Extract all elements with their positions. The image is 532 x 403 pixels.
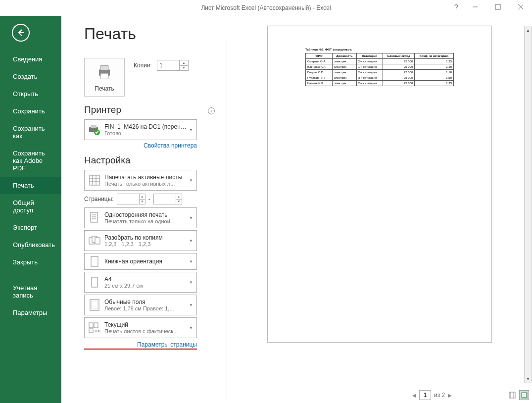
print-what-title: Напечатать активные листы xyxy=(104,174,188,181)
spin-up[interactable]: ▲ xyxy=(176,194,182,200)
svg-rect-32 xyxy=(509,392,515,398)
sidebar-item-print[interactable]: Печать xyxy=(0,177,61,194)
spin-down[interactable]: ▼ xyxy=(140,200,145,204)
sidebar-item-account[interactable]: Учетная запись xyxy=(0,279,61,304)
portrait-icon xyxy=(88,254,101,268)
svg-rect-17 xyxy=(91,212,97,222)
svg-rect-23 xyxy=(95,238,100,244)
sidebar-item-share[interactable]: Общий доступ xyxy=(0,194,61,219)
collate-icon xyxy=(88,234,101,248)
sidebar-item-new[interactable]: Создать xyxy=(0,68,61,85)
svg-rect-29 xyxy=(94,323,98,328)
pages-label: Страницы: xyxy=(84,196,114,202)
preview-table-title: Таблица №1. ФОТ сотрудников. xyxy=(305,48,454,51)
printer-name: FIN_1_M426 на DC1 (перена... xyxy=(104,123,188,130)
svg-rect-7 xyxy=(100,73,108,79)
print-preview-area: Таблица №1. ФОТ сотрудников. ФИО Должнос… xyxy=(234,16,532,403)
scaling-dropdown[interactable]: 100 Текущий Печать листов с фактическ...… xyxy=(84,317,197,338)
svg-text:100: 100 xyxy=(95,329,100,333)
next-page-button[interactable]: ▶ xyxy=(448,393,452,398)
print-button[interactable]: Печать xyxy=(84,58,125,97)
sidebar-item-options[interactable]: Параметры xyxy=(0,304,61,321)
backstage-sidebar: Сведения Создать Открыть Сохранить Сохра… xyxy=(0,16,61,403)
spin-up[interactable]: ▲ xyxy=(140,194,145,200)
show-margins-button[interactable] xyxy=(507,390,517,400)
scroll-track[interactable] xyxy=(525,34,532,375)
paper-size-dropdown[interactable]: A4 21 см x 29,7 см ▼ xyxy=(84,272,197,293)
sides-title: Односторонняя печать xyxy=(104,211,188,218)
copies-field[interactable] xyxy=(157,60,179,70)
pages-to-field[interactable] xyxy=(154,194,176,204)
pages-from-input[interactable]: ▲▼ xyxy=(117,194,145,204)
copies-label: Копии: xyxy=(134,62,152,69)
svg-rect-30 xyxy=(89,329,93,333)
page-setup-link[interactable]: Параметры страницы xyxy=(84,341,197,350)
page-preview: Таблица №1. ФОТ сотрудников. ФИО Должнос… xyxy=(267,26,492,343)
sidebar-item-export[interactable]: Экспорт xyxy=(0,219,61,236)
scaling-icon: 100 xyxy=(88,321,101,335)
sidebar-item-publish[interactable]: Опубликовать xyxy=(0,236,61,253)
orientation-dropdown[interactable]: Книжная ориентация ▼ xyxy=(84,253,197,270)
total-pages-label: из 2 xyxy=(434,392,445,399)
pages-to-input[interactable]: ▲▼ xyxy=(153,194,182,204)
collate-title: Разобрать по копиям xyxy=(104,234,188,241)
chevron-down-icon: ▼ xyxy=(188,128,194,132)
chevron-down-icon: ▼ xyxy=(188,326,194,330)
printer-properties-link[interactable]: Свойства принтера xyxy=(84,142,197,149)
zoom-to-page-button[interactable] xyxy=(519,390,529,400)
svg-rect-1 xyxy=(495,4,500,9)
printer-ready-icon xyxy=(88,123,101,137)
chevron-down-icon: ▼ xyxy=(188,239,194,243)
svg-rect-25 xyxy=(92,277,97,287)
back-button[interactable] xyxy=(12,24,30,42)
sidebar-item-info[interactable]: Сведения xyxy=(0,50,61,68)
close-button[interactable] xyxy=(509,0,532,14)
paper-icon xyxy=(88,275,101,289)
margins-sub: Левое: 1,78 см Правое: 1,... xyxy=(104,305,188,311)
print-button-label: Печать xyxy=(95,85,114,92)
collate-sub: 1,2,31,2,31,2,3 xyxy=(104,241,188,247)
sidebar-item-saveas[interactable]: Сохранить как xyxy=(0,120,61,145)
scroll-down-button[interactable]: ▼ xyxy=(525,375,532,383)
printer-dropdown[interactable]: FIN_1_M426 на DC1 (перена... Готово ▼ xyxy=(84,119,197,140)
sides-dropdown[interactable]: Односторонняя печать Печатать только на … xyxy=(84,207,197,228)
page-navigation: ◀ из 2 ▶ xyxy=(412,390,452,400)
sidebar-item-save[interactable]: Сохранить xyxy=(0,102,61,120)
printer-status: Готово xyxy=(104,130,188,136)
copies-input[interactable]: ▲ ▼ xyxy=(157,60,189,71)
chevron-down-icon: ▼ xyxy=(188,178,194,183)
minimize-button[interactable] xyxy=(464,0,486,14)
current-page-input[interactable] xyxy=(419,390,431,400)
copies-spin-up[interactable]: ▲ xyxy=(180,60,188,66)
table-row: Иванов И.Р.электрик2-я категория25 0001,… xyxy=(306,81,454,86)
sheets-icon xyxy=(88,173,101,187)
titlebar: Лист Microsoft Excel (Автосохраненный) -… xyxy=(0,0,532,16)
chevron-down-icon: ▼ xyxy=(188,259,194,264)
paper-sub: 21 см x 29,7 см xyxy=(104,283,188,289)
sidebar-item-close[interactable]: Закрыть xyxy=(0,253,61,271)
chevron-down-icon: ▼ xyxy=(188,280,194,285)
sidebar-item-save-pdf[interactable]: Сохранить как Adobe PDF xyxy=(0,145,61,177)
help-button[interactable]: ? xyxy=(449,0,464,14)
orientation-title: Книжная ориентация xyxy=(104,258,188,265)
print-what-dropdown[interactable]: Напечатать активные листы Печать только … xyxy=(84,170,197,191)
table-row: Юрченко А.А.электрик1-я категория25 0001… xyxy=(306,64,454,70)
pages-from-field[interactable] xyxy=(117,194,139,204)
maximize-button[interactable] xyxy=(486,0,509,14)
scroll-up-button[interactable]: ▲ xyxy=(525,26,532,34)
copies-spin-down[interactable]: ▼ xyxy=(180,66,188,71)
table-row: Рудаков Н.П.электрик3-я категория25 0001… xyxy=(306,75,454,81)
printer-info-icon[interactable]: i xyxy=(208,107,215,114)
spin-down[interactable]: ▼ xyxy=(176,200,182,204)
svg-rect-35 xyxy=(522,393,527,398)
sidebar-item-open[interactable]: Открыть xyxy=(0,85,61,102)
print-settings-panel: Печать Печать Копии: xyxy=(61,16,220,403)
prev-page-button[interactable]: ◀ xyxy=(412,393,416,398)
table-row: Петров С.П.электрик2-я категория25 0001,… xyxy=(306,70,454,75)
printer-heading-text: Принтер xyxy=(84,104,121,115)
preview-scrollbar[interactable]: ▲ ▼ xyxy=(524,26,532,383)
collate-dropdown[interactable]: Разобрать по копиям 1,2,31,2,31,2,3 ▼ xyxy=(84,230,197,251)
preview-table: ФИО Должность Категория Базовый оклад Ко… xyxy=(305,53,454,86)
svg-rect-6 xyxy=(100,65,108,70)
margins-dropdown[interactable]: Обычные поля Левое: 1,78 см Правое: 1,..… xyxy=(84,295,197,315)
